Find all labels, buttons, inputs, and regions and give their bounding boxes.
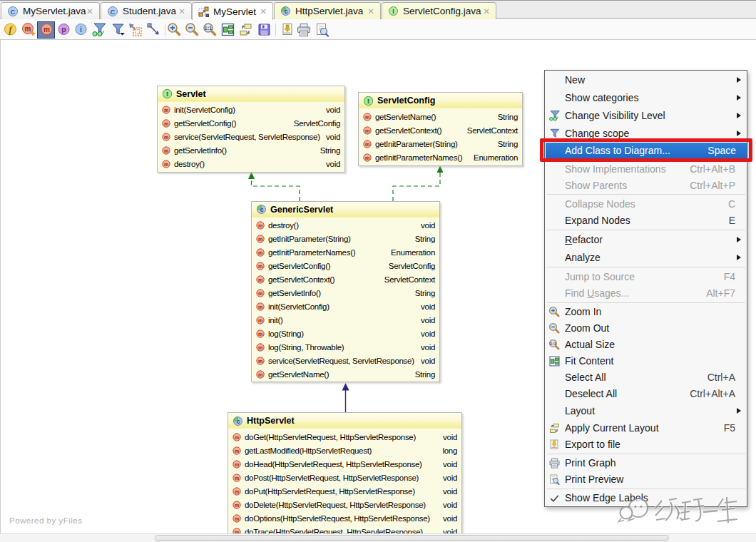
svg-text:i: i (80, 25, 82, 34)
svg-text:m: m (258, 372, 262, 377)
svg-text:m: m (164, 162, 168, 167)
svg-text:m: m (164, 121, 168, 126)
svg-text:m: m (25, 25, 31, 33)
svg-text:m: m (258, 318, 262, 323)
svg-text:c: c (285, 8, 288, 15)
svg-text:c: c (237, 418, 240, 425)
svg-text:C: C (11, 7, 16, 15)
svg-text:m: m (365, 142, 369, 147)
svg-text:c: c (260, 206, 264, 213)
svg-text:m: m (164, 148, 168, 153)
svg-text:m: m (258, 223, 262, 228)
svg-text:m: m (258, 264, 262, 269)
svg-text:m: m (258, 305, 262, 310)
svg-text:m: m (235, 476, 239, 481)
svg-text:m: m (258, 291, 262, 296)
svg-text:m: m (235, 516, 239, 521)
svg-text:m: m (235, 449, 239, 454)
svg-text:I: I (367, 98, 370, 105)
svg-text:m: m (365, 128, 369, 133)
svg-text:C: C (111, 7, 116, 15)
svg-text:m: m (258, 359, 262, 364)
svg-text:m: m (235, 489, 239, 494)
svg-text:m: m (365, 115, 369, 120)
svg-text:m: m (164, 108, 168, 113)
svg-text:m: m (258, 237, 262, 242)
svg-text:m: m (258, 345, 262, 350)
svg-text:m: m (164, 135, 168, 140)
svg-text:m: m (235, 435, 239, 440)
svg-text:I: I (166, 91, 169, 98)
svg-text:m: m (44, 26, 50, 34)
svg-text:m: m (258, 250, 262, 255)
svg-text:m: m (365, 155, 369, 160)
svg-text:m: m (258, 277, 262, 282)
svg-text:m: m (258, 332, 262, 337)
svg-text:m: m (235, 503, 239, 508)
svg-text:p: p (61, 25, 66, 34)
svg-text:m: m (235, 462, 239, 467)
svg-text:I: I (392, 8, 394, 15)
